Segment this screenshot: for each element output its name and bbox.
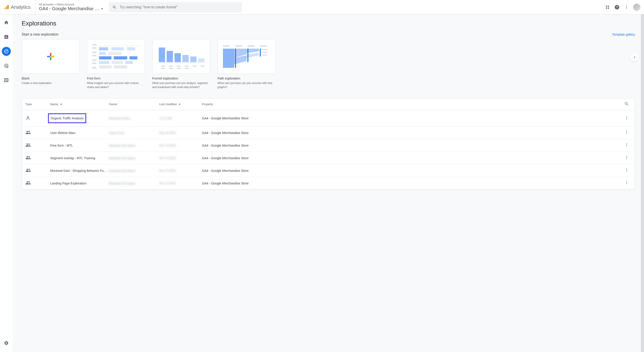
table-row[interactable]: User lifetime Marc Name (You) Nov 18 202… bbox=[22, 126, 635, 139]
svg-point-84 bbox=[626, 181, 627, 182]
svg-rect-34 bbox=[114, 56, 127, 60]
help-icon[interactable]: ? bbox=[614, 4, 620, 10]
sidebar-item-advertising[interactable] bbox=[2, 61, 11, 70]
search-input[interactable] bbox=[120, 5, 238, 9]
template-card-blank[interactable]: Blank Create a new exploration bbox=[22, 39, 80, 89]
template-gallery-link[interactable]: Template gallery bbox=[612, 33, 635, 36]
svg-rect-38 bbox=[125, 61, 133, 64]
col-header-property[interactable]: Property bbox=[202, 102, 622, 106]
owner-name: Redacted Name bbox=[109, 117, 130, 120]
svg-rect-37 bbox=[112, 61, 123, 64]
svg-rect-16 bbox=[50, 53, 51, 56]
sidebar-item-home[interactable] bbox=[2, 18, 11, 27]
row-more-button[interactable] bbox=[622, 180, 631, 186]
svg-rect-24 bbox=[92, 60, 96, 61]
svg-point-69 bbox=[626, 116, 627, 117]
search-icon bbox=[112, 5, 117, 10]
funnel-thumb-icon bbox=[155, 42, 207, 71]
svg-rect-43 bbox=[174, 53, 181, 62]
svg-rect-45 bbox=[190, 56, 196, 62]
svg-rect-35 bbox=[130, 56, 137, 60]
more-vert-icon[interactable] bbox=[624, 4, 629, 10]
svg-rect-62 bbox=[235, 49, 236, 68]
modified-date: 11:21 PM bbox=[159, 117, 172, 120]
chevron-right-icon bbox=[632, 55, 637, 60]
sidebar-item-admin[interactable] bbox=[2, 338, 11, 348]
svg-point-68 bbox=[27, 116, 28, 118]
exploration-name: Organic Traffic Analysis bbox=[48, 113, 86, 123]
avatar[interactable] bbox=[633, 4, 640, 11]
svg-rect-28 bbox=[99, 47, 108, 50]
table-row[interactable]: Segment overlap - MTL Training Redacted … bbox=[22, 152, 635, 164]
modified-date: Nov 15 2023 bbox=[159, 182, 176, 185]
template-card-freeform[interactable]: Free form What insights can you uncover … bbox=[87, 39, 145, 89]
col-header-type[interactable]: Type bbox=[26, 102, 50, 106]
arrow-down-icon bbox=[60, 102, 63, 106]
row-more-button[interactable] bbox=[622, 116, 631, 121]
svg-point-78 bbox=[626, 156, 627, 156]
svg-point-76 bbox=[626, 144, 627, 145]
svg-point-83 bbox=[626, 171, 627, 172]
plus-icon bbox=[46, 52, 55, 60]
type-icon bbox=[26, 142, 50, 148]
svg-rect-21 bbox=[92, 47, 96, 49]
modified-date: Nov 15 2023 bbox=[159, 144, 176, 147]
svg-point-81 bbox=[626, 168, 627, 169]
svg-rect-6 bbox=[608, 8, 609, 8]
col-header-owner[interactable]: Owner bbox=[109, 102, 159, 106]
exploration-name: Landing Page Exploration bbox=[50, 182, 86, 185]
svg-rect-25 bbox=[92, 62, 96, 64]
template-desc: What user journeys can you analyze, segm… bbox=[152, 81, 210, 89]
row-more-button[interactable] bbox=[622, 168, 631, 173]
owner-name: Redacted Del Name bbox=[109, 182, 135, 185]
svg-rect-53 bbox=[200, 66, 204, 67]
dropdown-icon: ▼ bbox=[101, 7, 103, 10]
col-header-name[interactable]: Name bbox=[50, 102, 109, 106]
row-more-button[interactable] bbox=[622, 143, 631, 148]
apps-icon[interactable] bbox=[605, 4, 610, 10]
template-name: Path exploration bbox=[218, 76, 276, 80]
svg-point-80 bbox=[626, 158, 627, 159]
template-card-funnel[interactable]: Funnel exploration What user journeys ca… bbox=[152, 39, 210, 89]
property-name: GA4 - Google Merchandise … bbox=[39, 6, 99, 11]
svg-text:?: ? bbox=[616, 6, 618, 9]
owner-name: Name (You) bbox=[109, 131, 124, 135]
table-row[interactable]: Free form - MTL Redacted Del Name Nov 15… bbox=[22, 139, 635, 152]
svg-rect-65 bbox=[262, 49, 267, 50]
property-selector[interactable]: All accounts > Demo Account GA4 - Google… bbox=[39, 3, 103, 11]
svg-rect-67 bbox=[262, 54, 267, 56]
search-bar[interactable] bbox=[109, 2, 242, 12]
table-row[interactable]: Montreal GA4 - Shopping Behavior Fu… Red… bbox=[22, 164, 635, 177]
svg-point-77 bbox=[626, 146, 627, 146]
col-header-modified[interactable]: Last modified bbox=[159, 102, 202, 106]
exploration-name: User lifetime Marc bbox=[50, 131, 76, 135]
svg-rect-58 bbox=[223, 45, 230, 46]
template-desc: What insights can you uncover with custo… bbox=[87, 81, 145, 89]
row-more-button[interactable] bbox=[622, 156, 631, 160]
svg-rect-44 bbox=[182, 55, 189, 62]
type-icon bbox=[26, 130, 50, 136]
svg-rect-36 bbox=[99, 61, 109, 64]
sidebar-item-configure[interactable] bbox=[2, 76, 11, 85]
breadcrumb: All accounts > Demo Account bbox=[39, 3, 103, 6]
sidebar-item-reports[interactable] bbox=[2, 32, 11, 42]
owner-name: Redacted Del Name bbox=[109, 169, 135, 172]
property-name: GA4 - Google Merchandise Store bbox=[202, 144, 622, 147]
svg-rect-5 bbox=[606, 8, 607, 8]
svg-rect-1 bbox=[6, 6, 7, 9]
svg-rect-50 bbox=[177, 66, 181, 67]
template-name: Funnel exploration bbox=[152, 76, 210, 80]
next-templates-button[interactable] bbox=[630, 53, 639, 62]
row-more-button[interactable] bbox=[622, 130, 631, 135]
svg-rect-59 bbox=[235, 45, 242, 46]
table-search-button[interactable] bbox=[622, 102, 631, 107]
table-row[interactable]: Landing Page Exploration Redacted Del Na… bbox=[22, 177, 635, 190]
svg-rect-20 bbox=[92, 44, 96, 46]
svg-point-12 bbox=[4, 50, 8, 53]
svg-rect-49 bbox=[169, 66, 173, 67]
template-card-path[interactable]: Path exploration What user journeys can … bbox=[218, 39, 276, 89]
svg-rect-66 bbox=[262, 52, 267, 53]
svg-rect-3 bbox=[606, 6, 607, 7]
table-row[interactable]: Organic Traffic Analysis Redacted Name 1… bbox=[22, 110, 635, 126]
sidebar-item-explore[interactable] bbox=[2, 47, 11, 56]
